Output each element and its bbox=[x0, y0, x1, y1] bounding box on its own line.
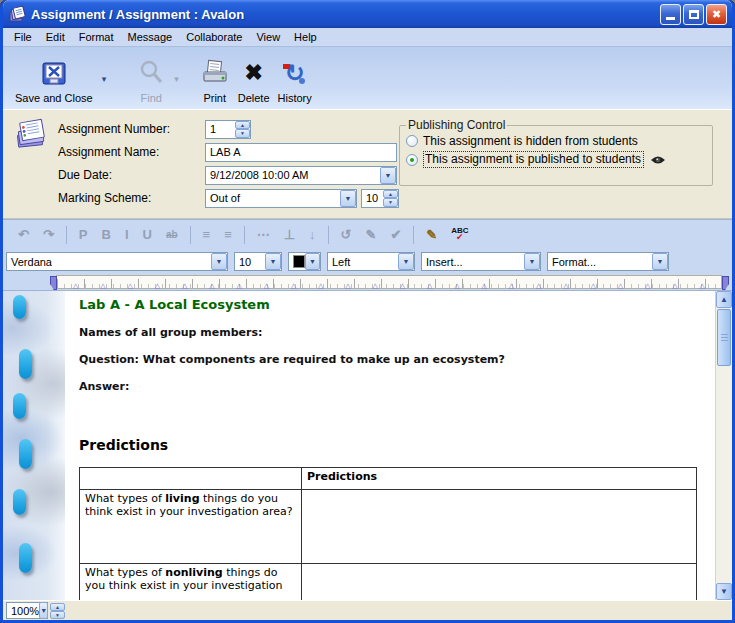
zoom-level-combo[interactable]: 100% ▼ bbox=[6, 602, 48, 619]
marking-scheme-dropdown-icon[interactable]: ▼ bbox=[340, 190, 356, 207]
menu-edit[interactable]: Edit bbox=[39, 29, 72, 45]
table-row: What types of living things do you think… bbox=[80, 490, 697, 564]
window-title: Assignment / Assignment : Avalon bbox=[31, 7, 658, 22]
underline-icon: U bbox=[136, 228, 159, 241]
zoom-dropdown-icon[interactable]: ▼ bbox=[39, 602, 48, 619]
answer-line: Answer: bbox=[79, 380, 709, 393]
close-button[interactable]: ✖ bbox=[706, 4, 727, 25]
ruler-tab-stops: △△△△△△△△△△△△△△△△△△△△△△△△ bbox=[73, 282, 705, 289]
print-label: Print bbox=[203, 92, 226, 104]
toolbar-separator bbox=[413, 226, 414, 244]
font-family-combo[interactable]: Verdana ▼ bbox=[6, 252, 228, 271]
signature-icon[interactable]: ✎ bbox=[419, 228, 444, 241]
font-color-dropdown-icon[interactable]: ▼ bbox=[305, 253, 320, 270]
hidden-radio-label[interactable]: This assignment is hidden from students bbox=[423, 134, 638, 148]
format-combo[interactable]: Format... ▼ bbox=[547, 252, 669, 271]
tab-marker-icon: ⋯ bbox=[250, 228, 277, 241]
history-icon: ↻ bbox=[285, 61, 305, 85]
right-margin-marker[interactable] bbox=[722, 276, 729, 290]
minimize-button[interactable] bbox=[660, 4, 681, 25]
hidden-option-row[interactable]: This assignment is hidden from students bbox=[406, 134, 706, 148]
binder-capsule-decoration bbox=[13, 393, 26, 419]
find-label: Find bbox=[141, 92, 162, 104]
binder-capsule-decoration bbox=[19, 349, 32, 379]
assignment-number-spin-buttons[interactable]: ▲▼ bbox=[235, 121, 250, 138]
assignment-notes-icon bbox=[15, 118, 49, 150]
menu-view[interactable]: View bbox=[249, 29, 287, 45]
document-title: Lab A - A Local Ecosystem bbox=[79, 297, 709, 312]
zoom-spin-buttons[interactable]: ▲▼ bbox=[50, 603, 65, 619]
app-icon bbox=[8, 5, 26, 23]
strikethrough-icon: ab bbox=[159, 230, 185, 240]
font-family-dropdown-icon[interactable]: ▼ bbox=[211, 253, 227, 270]
document-area: Lab A - A Local Ecosystem Names of all g… bbox=[3, 290, 732, 600]
living-answer-cell[interactable] bbox=[302, 490, 697, 564]
left-margin-marker[interactable] bbox=[50, 276, 57, 290]
marking-scheme-label: Marking Scheme: bbox=[58, 191, 205, 205]
italic-icon: I bbox=[118, 228, 136, 241]
publishing-control-legend: Publishing Control bbox=[406, 118, 507, 132]
assignment-number-label: Assignment Number: bbox=[58, 122, 205, 136]
history-label: History bbox=[278, 92, 312, 104]
insert-combo[interactable]: Insert... ▼ bbox=[421, 252, 541, 271]
due-date-combo[interactable]: 9/12/2008 10:00 AM ▼ bbox=[205, 166, 397, 185]
assignment-name-input[interactable] bbox=[205, 143, 397, 162]
menu-message[interactable]: Message bbox=[121, 29, 180, 45]
names-line: Names of all group members: bbox=[79, 326, 709, 339]
print-button[interactable]: Print bbox=[196, 50, 234, 107]
save-and-close-button[interactable]: Save and Close bbox=[11, 50, 97, 107]
scrollbar-thumb[interactable] bbox=[717, 309, 731, 366]
due-date-dropdown-icon[interactable]: ▼ bbox=[380, 167, 396, 184]
assignment-fields: Assignment Number: 1 ▲▼ Assignment Name:… bbox=[58, 118, 399, 210]
vertical-scrollbar[interactable]: ▲ ▼ bbox=[715, 291, 732, 600]
paragraph-icon: P bbox=[72, 228, 95, 241]
formatting-toolbar: ↶ ↷ P B I U ab ≡ ≡ ⋯ ⊥ ↓ ↺ ✎ ✔ ✎ ABC ✔ bbox=[3, 219, 732, 249]
nonliving-answer-cell[interactable] bbox=[302, 564, 697, 601]
color-swatch bbox=[293, 255, 305, 268]
toolbar-separator bbox=[328, 226, 329, 244]
eye-icon[interactable] bbox=[650, 155, 666, 165]
find-icon bbox=[137, 56, 165, 90]
application-window: Assignment / Assignment : Avalon ✖ File … bbox=[0, 0, 735, 623]
binder-capsule-decoration bbox=[19, 543, 32, 573]
history-person-icon bbox=[299, 78, 305, 84]
font-toolbar: Verdana ▼ 10 ▼ ▼ Left ▼ Insert... ▼ Form… bbox=[3, 249, 732, 274]
menu-format[interactable]: Format bbox=[72, 29, 121, 45]
toolbar-separator bbox=[244, 226, 245, 244]
alignment-combo[interactable]: Left ▼ bbox=[327, 252, 415, 271]
scroll-up-icon[interactable]: ▲ bbox=[716, 291, 732, 308]
assignment-number-spinner[interactable]: 1 ▲▼ bbox=[205, 120, 251, 139]
history-button[interactable]: ↻ History bbox=[274, 50, 316, 107]
menu-help[interactable]: Help bbox=[287, 29, 324, 45]
toolbar-separator bbox=[66, 226, 67, 244]
published-radio[interactable] bbox=[406, 154, 418, 166]
published-option-row[interactable]: This assignment is published to students bbox=[406, 151, 706, 168]
hidden-radio[interactable] bbox=[406, 135, 418, 147]
marking-points-spin-buttons[interactable]: ▲▼ bbox=[383, 190, 398, 207]
title-bar[interactable]: Assignment / Assignment : Avalon ✖ bbox=[3, 0, 732, 28]
menu-file[interactable]: File bbox=[7, 29, 39, 45]
undo-icon: ↶ bbox=[11, 228, 36, 241]
marking-points-spinner[interactable]: 10 ▲▼ bbox=[361, 189, 399, 208]
save-icon bbox=[40, 56, 68, 90]
marking-scheme-combo[interactable]: Out of ▼ bbox=[205, 189, 357, 208]
scroll-down-icon[interactable]: ▼ bbox=[716, 583, 732, 600]
delete-label: Delete bbox=[238, 92, 270, 104]
save-dropdown-arrow-icon[interactable]: ▾ bbox=[99, 74, 110, 84]
alignment-dropdown-icon[interactable]: ▼ bbox=[398, 253, 414, 270]
document-editor[interactable]: Lab A - A Local Ecosystem Names of all g… bbox=[65, 291, 715, 600]
insert-dropdown-icon[interactable]: ▼ bbox=[524, 253, 540, 270]
publishing-control-group: Publishing Control This assignment is hi… bbox=[399, 118, 713, 186]
menu-collaborate[interactable]: Collaborate bbox=[179, 29, 249, 45]
font-color-combo[interactable]: ▼ bbox=[288, 252, 321, 271]
table-header-row: Predictions bbox=[80, 468, 697, 490]
format-dropdown-icon[interactable]: ▼ bbox=[652, 253, 668, 270]
published-radio-label[interactable]: This assignment is published to students bbox=[423, 151, 644, 168]
font-size-combo[interactable]: 10 ▼ bbox=[234, 252, 282, 271]
font-size-dropdown-icon[interactable]: ▼ bbox=[265, 253, 281, 270]
insert-arrow-icon: ↓ bbox=[302, 228, 323, 241]
delete-button[interactable]: ✖ Delete bbox=[234, 50, 274, 107]
main-toolbar: Save and Close ▾ Find ▾ bbox=[3, 47, 732, 109]
maximize-button[interactable] bbox=[683, 4, 704, 25]
spellcheck-icon[interactable]: ABC ✔ bbox=[444, 227, 475, 242]
